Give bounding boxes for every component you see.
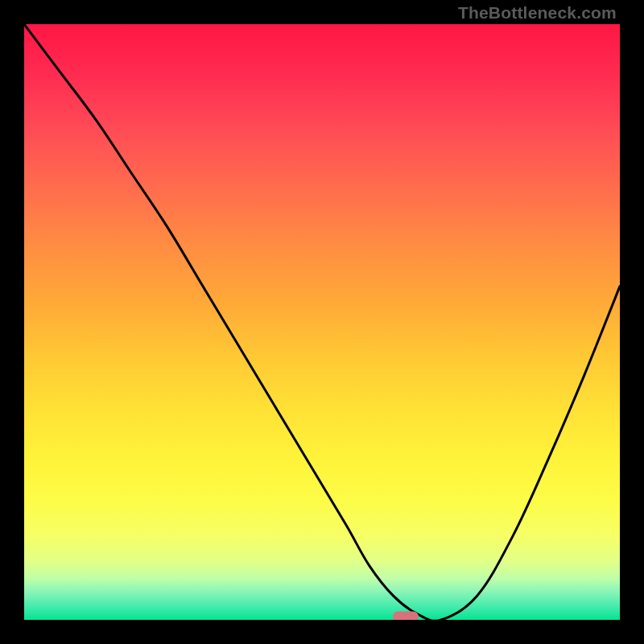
chart-area bbox=[24, 24, 620, 620]
watermark-text: TheBottleneck.com bbox=[458, 3, 617, 23]
optimal-marker bbox=[393, 612, 419, 621]
bottleneck-curve bbox=[24, 24, 620, 620]
curve-svg bbox=[24, 24, 620, 620]
